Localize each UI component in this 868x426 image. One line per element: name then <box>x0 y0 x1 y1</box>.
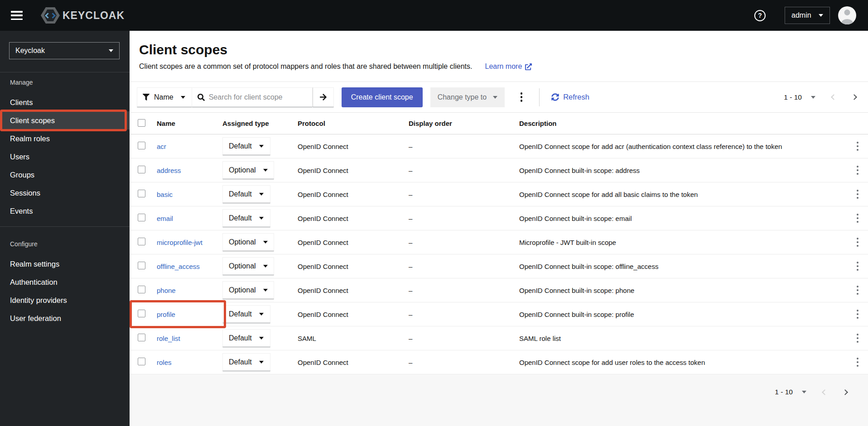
search-input[interactable] <box>209 93 299 101</box>
row-kebab-menu[interactable] <box>850 161 865 179</box>
prev-page-button-bottom[interactable] <box>823 389 827 396</box>
assigned-type-select[interactable]: Default <box>222 329 270 347</box>
sidebar-item-events[interactable]: Events <box>0 202 130 220</box>
protocol-cell: OpenID Connect <box>298 215 409 222</box>
learn-more-link[interactable]: Learn more <box>485 62 532 71</box>
scope-name-link[interactable]: address <box>157 167 181 174</box>
realm-select-dropdown[interactable]: Keycloak <box>9 42 120 59</box>
row-checkbox[interactable] <box>138 214 145 221</box>
toolbar-kebab-menu[interactable] <box>514 88 529 106</box>
next-page-button[interactable] <box>852 94 856 101</box>
row-kebab-menu[interactable] <box>850 257 865 275</box>
row-checkbox[interactable] <box>138 286 145 293</box>
sidebar-item-user-federation[interactable]: User federation <box>0 309 130 327</box>
scope-name-link[interactable]: offline_access <box>157 263 200 270</box>
row-checkbox[interactable] <box>138 238 145 245</box>
table-row: role_list Default SAML – SAML role list <box>130 326 868 350</box>
prev-page-button[interactable] <box>832 94 836 101</box>
display-order-cell: – <box>409 287 519 294</box>
nav-section-label: Configure <box>10 240 130 252</box>
pagination-top: 1 - 10 <box>784 93 856 101</box>
kebab-icon <box>857 313 859 316</box>
topbar-right: ? admin <box>754 6 856 24</box>
sidebar-item-users[interactable]: Users <box>0 148 130 166</box>
row-checkbox[interactable] <box>138 310 145 317</box>
row-kebab-menu[interactable] <box>850 185 865 203</box>
per-page-dropdown-bottom[interactable]: 1 - 10 <box>775 388 806 396</box>
protocol-cell: OpenID Connect <box>298 287 409 294</box>
avatar[interactable] <box>838 6 856 24</box>
sidebar-item-sessions[interactable]: Sessions <box>0 184 130 202</box>
row-checkbox[interactable] <box>138 358 145 365</box>
row-kebab-menu[interactable] <box>850 329 865 347</box>
pagination-bottom: 1 - 10 <box>775 388 847 396</box>
per-page-dropdown[interactable]: 1 - 10 <box>784 93 815 101</box>
scope-name-link[interactable]: role_list <box>157 335 180 342</box>
scope-name-link[interactable]: email <box>157 215 173 222</box>
row-checkbox[interactable] <box>138 190 145 197</box>
assigned-type-select[interactable]: Default <box>222 305 270 323</box>
assigned-type-select[interactable]: Default <box>222 137 270 155</box>
select-all-checkbox[interactable] <box>138 119 145 127</box>
assigned-type-select[interactable]: Optional <box>222 257 274 275</box>
help-icon[interactable]: ? <box>754 10 766 21</box>
keycloak-logo: KEYCLOAK <box>41 7 125 24</box>
create-client-scope-button[interactable]: Create client scope <box>342 87 423 107</box>
client-scopes-card: Name Create client scope Change type to <box>130 82 868 374</box>
sidebar-item-realm-settings[interactable]: Realm settings <box>0 255 130 273</box>
scope-name-link[interactable]: basic <box>157 191 173 198</box>
page-header: Client scopes Client scopes are a common… <box>130 31 868 82</box>
filter-type-dropdown[interactable]: Name <box>137 87 192 107</box>
keycloak-logo-icon <box>41 7 60 24</box>
assigned-type-value: Optional <box>229 238 256 246</box>
table-header: Name Assigned type Protocol Display orde… <box>130 113 868 134</box>
page-description: Client scopes are a common set of protoc… <box>139 62 854 71</box>
row-kebab-menu[interactable] <box>850 233 865 251</box>
row-kebab-menu[interactable] <box>850 305 865 323</box>
row-kebab-menu[interactable] <box>850 281 865 299</box>
assigned-type-select[interactable]: Default <box>222 353 270 371</box>
row-checkbox[interactable] <box>138 166 145 173</box>
kebab-icon <box>857 241 859 244</box>
description-cell: Microprofile - JWT built-in scope <box>519 239 838 246</box>
assigned-type-select[interactable]: Optional <box>222 161 274 179</box>
sidebar-item-client-scopes[interactable]: Client scopes <box>0 111 130 129</box>
scope-name-link[interactable]: phone <box>157 287 176 294</box>
user-menu-dropdown[interactable]: admin <box>785 7 830 24</box>
search-submit-button[interactable] <box>313 87 334 107</box>
sidebar-item-realm-roles[interactable]: Realm roles <box>0 129 130 148</box>
row-kebab-menu[interactable] <box>850 209 865 227</box>
scope-name-link[interactable]: microprofile-jwt <box>157 239 203 246</box>
refresh-button[interactable]: Refresh <box>551 93 589 101</box>
filter-icon <box>143 94 149 101</box>
change-type-dropdown[interactable]: Change type to <box>430 87 505 107</box>
display-order-cell: – <box>409 263 519 270</box>
row-kebab-menu[interactable] <box>850 353 865 371</box>
sidebar-item-authentication[interactable]: Authentication <box>0 273 130 291</box>
description-cell: OpenID Connect built-in scope: profile <box>519 311 838 318</box>
chevron-down-icon <box>811 96 815 99</box>
assigned-type-select[interactable]: Optional <box>222 281 274 299</box>
description-cell: OpenID Connect built-in scope: offline_a… <box>519 263 838 270</box>
scope-name-link[interactable]: roles <box>157 359 172 366</box>
chevron-down-icon <box>819 14 823 17</box>
scope-name-link[interactable]: profile <box>157 311 175 318</box>
chevron-down-icon <box>263 265 268 268</box>
row-checkbox[interactable] <box>138 334 145 341</box>
scope-name-link[interactable]: acr <box>157 143 166 150</box>
table-row: acr Default OpenID Connect – OpenID Conn… <box>130 134 868 158</box>
chevron-down-icon <box>259 217 264 220</box>
assigned-type-select[interactable]: Optional <box>222 233 274 251</box>
next-page-button-bottom[interactable] <box>843 389 847 396</box>
row-checkbox[interactable] <box>138 142 145 149</box>
row-kebab-menu[interactable] <box>850 137 865 155</box>
display-order-cell: – <box>409 191 519 198</box>
arrow-right-icon <box>319 93 327 101</box>
sidebar-item-groups[interactable]: Groups <box>0 166 130 184</box>
sidebar-item-identity-providers[interactable]: Identity providers <box>0 291 130 309</box>
row-checkbox[interactable] <box>138 262 145 269</box>
assigned-type-select[interactable]: Default <box>222 209 270 227</box>
nav-toggle-button[interactable] <box>11 11 23 20</box>
assigned-type-select[interactable]: Default <box>222 185 270 203</box>
sidebar-item-clients[interactable]: Clients <box>0 93 130 111</box>
